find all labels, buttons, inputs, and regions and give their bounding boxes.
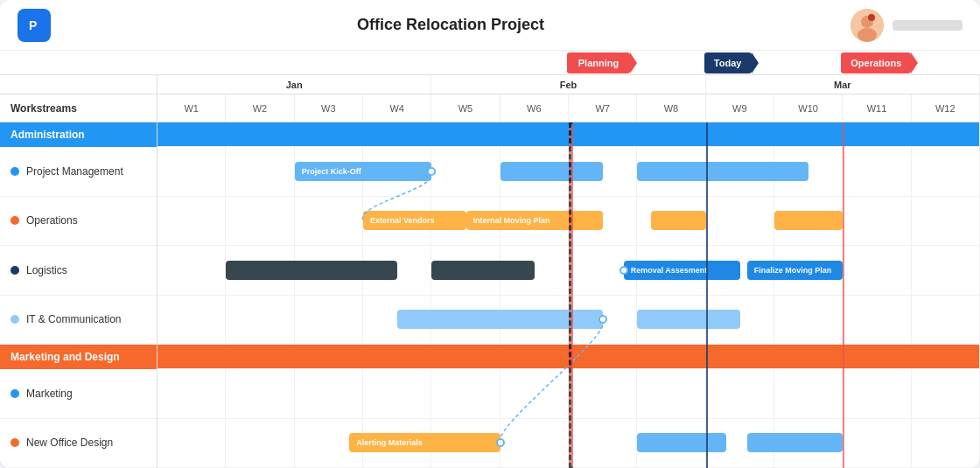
workstream-ops: Operations <box>0 197 157 247</box>
task-bar-11 <box>397 310 603 329</box>
timeline-header: Workstreams W1 W2 W3 W4 W5 W6 W7 W8 W9 W… <box>0 94 980 122</box>
grid-cell <box>363 369 431 418</box>
task-bar-5 <box>651 211 706 230</box>
grid-cell <box>295 197 363 246</box>
week-w10: W10 <box>774 94 843 122</box>
planning-banner: Planning <box>567 52 630 73</box>
grid-cell <box>706 369 774 418</box>
week-w12: W12 <box>912 94 980 122</box>
gantt-body: Administration Project Management Operat… <box>0 122 980 468</box>
grid-cell <box>774 296 843 345</box>
grid-cell <box>226 296 294 345</box>
grid-cell <box>158 296 226 345</box>
dot-marketing <box>10 389 19 398</box>
task-bar-14 <box>637 433 726 452</box>
task-bar-10: Finalize Moving Plan <box>747 261 844 280</box>
grid-cell <box>226 419 294 468</box>
grid-cell <box>912 197 980 246</box>
task-bar-0: Project Kick-Off <box>295 162 432 181</box>
grid-cell <box>158 147 226 196</box>
milestone-dot-3 <box>620 266 628 275</box>
milestone-dot-1 <box>598 315 607 324</box>
task-bar-6 <box>774 211 843 230</box>
week-w6: W6 <box>500 94 569 122</box>
grid-cell <box>843 369 911 418</box>
section-marketing-label: Marketing and Design <box>0 345 157 369</box>
grid-cell <box>158 122 980 146</box>
week-w2: W2 <box>226 94 294 122</box>
task-bar-1 <box>500 162 604 181</box>
user-area <box>850 9 962 42</box>
svg-point-5 <box>868 14 875 21</box>
week-w5: W5 <box>431 94 500 122</box>
task-bar-3: External Vendors <box>363 211 466 230</box>
grid-cell <box>912 246 980 295</box>
grid-cell <box>158 345 980 368</box>
svg-text:P: P <box>29 18 37 32</box>
milestone-dot-2 <box>496 438 505 447</box>
workstream-marketing: Marketing <box>0 369 157 419</box>
banners-area: Planning Today Operations <box>158 51 980 74</box>
workstreams-label: Workstreams <box>10 102 77 115</box>
month-header: Jan Feb Mar <box>0 75 980 94</box>
gantt-inner: Planning Today Operations <box>0 51 980 468</box>
today-banner: Today <box>704 52 752 73</box>
task-bar-12 <box>637 310 740 329</box>
grid-cell <box>226 147 294 196</box>
task-bar-4: Internal Moving Plan <box>466 211 604 230</box>
week-w8: W8 <box>637 94 705 122</box>
grid-cell <box>843 246 911 295</box>
user-name <box>892 20 962 31</box>
grid-cell <box>912 369 980 418</box>
months-row: Jan Feb Mar <box>158 75 980 94</box>
grid-cell <box>569 369 637 418</box>
week-w1: W1 <box>158 94 226 122</box>
grid-row-logistics: Removal AssesmentFinalize Moving Plan <box>158 246 980 296</box>
grid-cell <box>500 419 569 468</box>
svg-point-4 <box>858 28 877 42</box>
month-mar: Mar <box>706 75 980 94</box>
grid-cell <box>295 369 363 418</box>
grid-section-admin <box>158 122 980 147</box>
week-w4: W4 <box>363 94 431 122</box>
milestone-dot-0 <box>427 167 436 176</box>
task-bar-13: Alerting Materials <box>349 433 500 452</box>
week-w9: W9 <box>706 94 774 122</box>
grid-cell <box>158 369 226 418</box>
grid-cell <box>431 147 500 196</box>
workstream-new-office: New Office Design <box>0 419 157 469</box>
gantt-chart: Planning Today Operations <box>0 51 980 468</box>
month-jan: Jan <box>158 75 431 94</box>
header: P Office Relocation Project <box>0 0 980 51</box>
avatar <box>850 9 884 42</box>
grid-row-ops: External VendorsInternal Moving Plan <box>158 197 980 247</box>
workstream-logistics: Logistics <box>0 246 157 296</box>
grid-cell <box>295 296 363 345</box>
task-bar-9: Removal Assesment <box>624 261 740 280</box>
task-bar-2 <box>637 162 808 181</box>
grid-cell <box>569 419 637 468</box>
grid-cell <box>843 197 911 246</box>
grid-cell <box>843 419 911 468</box>
grid-cell <box>158 197 226 246</box>
grid-cell <box>912 296 980 345</box>
grid-cell <box>500 369 569 418</box>
dot-new-office <box>10 438 19 447</box>
week-w11: W11 <box>843 94 911 122</box>
grid-cell <box>774 369 843 418</box>
page-title: Office Relocation Project <box>357 16 544 34</box>
week-w7: W7 <box>569 94 637 122</box>
grid-section-marketing <box>158 345 980 369</box>
grid-cell <box>226 369 294 418</box>
grid-cell <box>843 147 911 196</box>
grid-cell <box>843 296 911 345</box>
dot-ops <box>10 216 19 225</box>
grid-row-new-office: Alerting Materials <box>158 419 980 469</box>
grid-cell <box>158 246 226 295</box>
operations-banner: Operations <box>841 52 911 73</box>
workstream-pm: Project Management <box>0 147 157 197</box>
grid-row-it <box>158 296 980 346</box>
task-bar-7 <box>226 261 397 280</box>
dot-it <box>10 315 19 324</box>
weeks-row: W1 W2 W3 W4 W5 W6 W7 W8 W9 W10 W11 W12 <box>158 94 980 122</box>
